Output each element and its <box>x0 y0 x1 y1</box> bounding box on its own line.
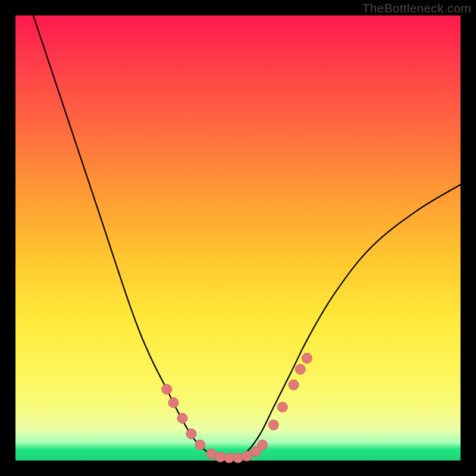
data-point <box>302 353 312 364</box>
chart-svg <box>15 15 461 461</box>
data-point <box>277 402 287 412</box>
data-point <box>168 397 178 408</box>
data-point <box>289 380 299 390</box>
bottleneck-curve <box>33 15 461 459</box>
data-point <box>268 420 278 430</box>
data-point <box>233 453 243 463</box>
data-point <box>195 440 205 450</box>
markers-group <box>162 353 312 464</box>
data-point <box>215 452 226 462</box>
data-point <box>162 384 172 394</box>
data-point <box>224 453 234 463</box>
data-point <box>295 364 305 374</box>
plot-area <box>15 15 461 461</box>
data-point <box>242 451 252 461</box>
data-point <box>186 429 196 439</box>
data-point <box>258 440 268 450</box>
data-point <box>177 413 187 423</box>
chart-frame: TheBottleneck.com <box>0 0 476 476</box>
data-point <box>206 449 217 459</box>
watermark-text: TheBottleneck.com <box>362 1 471 15</box>
